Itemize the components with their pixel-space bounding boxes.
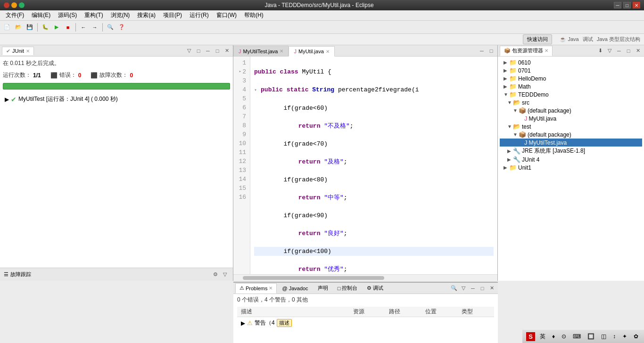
tray-icon-6[interactable]: ↕ <box>611 332 618 341</box>
close-button[interactable]: ✕ <box>633 2 640 8</box>
bottom-maximize[interactable]: □ <box>478 284 487 293</box>
package-explorer-panel: 📦 包资源管理器 ✕ ⬇ ▽ ─ □ ✕ ▶ 📁 0610 <box>498 45 644 281</box>
package-explorer-tab[interactable]: 📦 包资源管理器 ✕ <box>500 46 553 56</box>
right-panel-action-1[interactable]: ⬇ <box>596 47 604 55</box>
tree-item-math[interactable]: ▶ 📁 Math <box>500 82 642 90</box>
open-button[interactable]: 📂 <box>13 22 24 33</box>
tree-item-unit1[interactable]: ▶ 📁 Unit1 <box>500 163 642 172</box>
stop-button[interactable]: ■ <box>63 22 73 33</box>
tab-close-icon[interactable]: ✕ <box>280 49 283 54</box>
bottom-minimize[interactable]: ─ <box>469 284 477 293</box>
menu-source[interactable]: 源码(S) <box>54 10 81 20</box>
java-icon: ☕ <box>560 36 566 42</box>
back-button[interactable]: ← <box>78 22 89 33</box>
forward-button[interactable]: → <box>90 22 100 33</box>
h-scroll-thumb[interactable] <box>243 276 384 280</box>
editor-tab-myutiltest[interactable]: J MyUtilTest.java ✕ <box>233 46 289 56</box>
tray-icon-3[interactable]: ⌨ <box>571 332 583 341</box>
tab-close-icon-2[interactable]: ✕ <box>326 49 330 54</box>
fault-action-2[interactable]: ▽ <box>221 270 229 279</box>
warning-tag[interactable]: 描述 <box>277 319 292 327</box>
tab-problems[interactable]: ⚠ Problems ✕ <box>235 283 277 294</box>
save-button[interactable]: 💾 <box>25 22 35 33</box>
search-button[interactable]: 🔍 <box>105 22 116 33</box>
right-panel-maximize[interactable]: □ <box>624 47 633 55</box>
tree-item-hellodemo[interactable]: ▶ 📁 HelloDemo <box>500 74 642 82</box>
perspective-debug[interactable]: 调试 <box>583 36 593 43</box>
menu-search[interactable]: 搜索(a) <box>133 10 159 20</box>
junit-tab[interactable]: ✔ JUnit ✕ <box>2 47 34 55</box>
junit-action-2[interactable]: □ <box>194 47 203 55</box>
tab-javadoc[interactable]: @ Javadoc <box>278 283 312 294</box>
tray-icon-2[interactable]: ⊙ <box>560 332 568 341</box>
ime-en[interactable]: 英 <box>538 332 547 342</box>
editor-tab-myutil[interactable]: J MyUtil.java ✕ <box>289 46 334 57</box>
menu-window[interactable]: 窗口(W) <box>213 10 240 20</box>
pkg-tab-close[interactable]: ✕ <box>545 48 548 53</box>
tree-item-test-default-pkg[interactable]: ▼ 📦 (default package) <box>500 131 642 139</box>
menu-edit[interactable]: 编辑(E) <box>28 10 54 20</box>
fault-label: 故障跟踪 <box>10 271 31 278</box>
tray-icon-1[interactable]: ♦ <box>550 332 557 341</box>
junit-tab-close[interactable]: ✕ <box>26 49 30 54</box>
tab-debug[interactable]: ⚙ 调试 <box>363 283 388 294</box>
tree-item-0701[interactable]: ▶ 📁 0701 <box>500 66 642 74</box>
debug-button[interactable]: 🐛 <box>40 22 50 33</box>
menu-project[interactable]: 项目(P) <box>159 10 186 20</box>
tree-item-tedddemo[interactable]: ▼ 📁 TEDDDemo <box>500 90 642 98</box>
minimize-button[interactable]: ─ <box>614 2 621 8</box>
menu-run[interactable]: 运行(R) <box>186 10 213 20</box>
new-button[interactable]: 📄 <box>2 22 12 33</box>
tray-icon-7[interactable]: ✦ <box>620 332 629 341</box>
tree-item-0610[interactable]: ▶ 📁 0610 <box>500 58 642 66</box>
tab-console[interactable]: □ 控制台 <box>333 283 362 294</box>
right-panel-action-2[interactable]: ▽ <box>605 47 614 55</box>
junit-test-item[interactable]: ▶ ✔ MyUtilTest [运行器：JUnit 4] ( 0.000 秒) <box>3 94 230 104</box>
tree-item-default-pkg[interactable]: ▼ 📦 (default package) <box>500 106 642 114</box>
tray-icon-8[interactable]: ✿ <box>632 332 640 341</box>
menu-navigate[interactable]: 浏览(N) <box>107 10 134 20</box>
code-editor[interactable]: 1 ▸2 3 4 5 6 7 8 9 10 11 12 13 14 15 16 … <box>233 57 497 274</box>
problems-tab-close[interactable]: ✕ <box>269 286 272 291</box>
code-content[interactable]: public class MyUtil { ▾public static Str… <box>250 57 497 274</box>
tree-item-junit4[interactable]: ▶ 🔧 JUnit 4 <box>500 155 642 163</box>
fault-action-1[interactable]: ⚙ <box>211 270 220 279</box>
macos-close[interactable] <box>4 2 9 8</box>
junit-action-min[interactable]: ─ <box>204 47 212 55</box>
editor-maximize[interactable]: □ <box>487 47 495 55</box>
tree-item-myutiltest[interactable]: J MyUtilTest.java <box>500 139 642 147</box>
bottom-close[interactable]: ✕ <box>487 284 496 293</box>
bottom-action-1[interactable]: ▽ <box>459 284 468 293</box>
tree-item-test[interactable]: ▼ 📂 test <box>500 122 642 131</box>
macos-minimize[interactable] <box>11 2 17 8</box>
tree-item-myutil[interactable]: J MyUtil.java <box>500 114 642 122</box>
junit-action-1[interactable]: ▽ <box>185 47 193 55</box>
errors-stat: ⬛ 错误： 0 <box>50 71 82 79</box>
ime-s[interactable]: S <box>526 332 535 341</box>
horizontal-scrollbar[interactable] <box>233 274 497 281</box>
tray-icon-4[interactable]: 🔲 <box>586 332 596 341</box>
quick-access-button[interactable]: 快速访问 <box>523 34 552 44</box>
perspective-java[interactable]: ☕ Java <box>560 36 578 42</box>
junit-action-max[interactable]: □ <box>213 47 222 55</box>
tray-icon-5[interactable]: ◫ <box>599 332 608 341</box>
run-button[interactable]: ▶ <box>51 22 62 33</box>
menu-help[interactable]: 帮助(H) <box>240 10 267 20</box>
help-button[interactable]: ❓ <box>116 22 127 33</box>
tree-item-jre[interactable]: ▶ 🔧 JRE 系统库 [JavaSE-1.8] <box>500 147 642 155</box>
tab-declaration[interactable]: 声明 <box>314 283 332 294</box>
menu-file[interactable]: 文件(F) <box>2 10 28 20</box>
menu-refactor[interactable]: 重构(T) <box>81 10 107 20</box>
warning-item[interactable]: ▶ ⚠ 警告（4 描述 <box>241 318 346 328</box>
junit-action-close[interactable]: ✕ <box>223 47 231 55</box>
right-panel-close[interactable]: ✕ <box>634 47 642 55</box>
right-panel-minimize[interactable]: ─ <box>615 47 623 55</box>
table-row[interactable]: ▶ ⚠ 警告（4 描述 <box>237 317 494 329</box>
perspective-hierarchy[interactable]: Java 类型层次结构 <box>597 36 640 43</box>
bottom-search-btn[interactable]: 🔍 <box>450 284 458 293</box>
junit-panel: ✔ JUnit ✕ ▽ □ ─ □ ✕ 在 0.011 秒之后完成。 运行次数：… <box>0 45 233 281</box>
editor-minimize[interactable]: ─ <box>478 47 486 55</box>
tree-item-src[interactable]: ▼ 📂 src <box>500 98 642 106</box>
macos-maximize[interactable] <box>19 2 25 8</box>
restore-button[interactable]: □ <box>623 2 631 8</box>
